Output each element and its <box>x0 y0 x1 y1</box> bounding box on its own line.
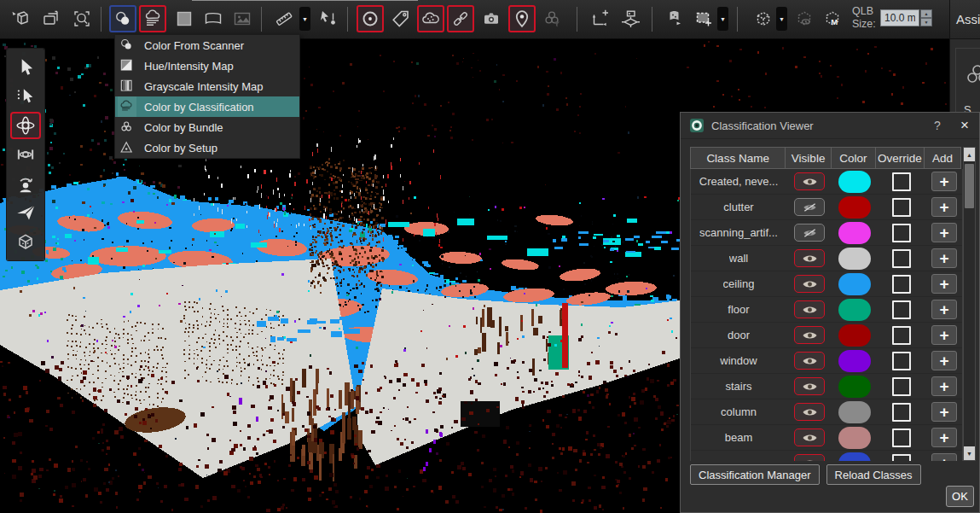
override-checkbox[interactable] <box>892 249 911 268</box>
class-color-swatch[interactable] <box>838 452 871 462</box>
class-color-swatch[interactable] <box>838 273 871 295</box>
class-color-swatch[interactable] <box>838 401 871 423</box>
fly-tool-button[interactable] <box>10 199 41 226</box>
image-button[interactable] <box>229 5 256 32</box>
add-class-button[interactable]: + <box>931 197 957 217</box>
override-checkbox[interactable] <box>892 454 911 462</box>
spinner-down-icon[interactable]: ▼ <box>920 18 932 26</box>
visibility-on-eye-icon[interactable] <box>794 352 825 370</box>
visibility-on-eye-icon[interactable] <box>794 300 825 318</box>
orbit-tool-button[interactable] <box>10 112 41 139</box>
menu-item-color-by-setup[interactable]: Color by Setup <box>115 137 299 158</box>
cube-manual-button[interactable]: M <box>819 5 846 32</box>
visibility-on-eye-icon[interactable] <box>794 249 825 267</box>
visibility-on-eye-icon[interactable] <box>794 428 825 446</box>
visibility-off-eye-icon[interactable] <box>794 224 825 242</box>
classification-manager-button[interactable]: Classification Manager <box>690 464 820 485</box>
visibility-off-eye-icon[interactable] <box>794 198 825 216</box>
add-class-button[interactable]: + <box>931 453 957 461</box>
add-class-button[interactable]: + <box>931 428 957 447</box>
panorama-button[interactable] <box>200 5 227 32</box>
cube-view-button[interactable] <box>750 5 777 32</box>
visibility-on-eye-icon[interactable] <box>794 275 825 293</box>
scroll-down-icon[interactable]: ▼ <box>964 446 975 460</box>
view-plane-button[interactable] <box>617 5 644 32</box>
override-checkbox[interactable] <box>892 326 911 345</box>
add-class-button[interactable]: + <box>931 172 957 191</box>
cloud-points-button[interactable] <box>417 5 444 32</box>
visibility-on-eye-icon[interactable] <box>794 403 825 421</box>
add-class-button[interactable]: + <box>931 376 957 396</box>
column-header-add[interactable]: Add <box>925 148 960 168</box>
override-checkbox[interactable] <box>892 172 911 191</box>
selection-box-button[interactable] <box>690 5 717 32</box>
add-class-button[interactable]: + <box>931 325 957 345</box>
new-window-button[interactable] <box>38 5 65 32</box>
constrained-orbit-tool-button[interactable] <box>10 141 41 168</box>
class-color-swatch[interactable] <box>838 196 871 219</box>
class-color-swatch[interactable] <box>838 376 871 398</box>
reload-classes-button[interactable]: Reload Classes <box>826 464 921 485</box>
scrollbar-track[interactable] <box>964 161 975 446</box>
class-color-swatch[interactable] <box>838 222 871 244</box>
flag-scan-button[interactable] <box>660 5 687 32</box>
menu-item-hue-intensity-map[interactable]: Hue/Intensity Map <box>115 55 299 76</box>
column-header-color[interactable]: Color <box>832 148 876 168</box>
cube-view-dropdown-arrow-icon[interactable]: ▼ <box>776 7 787 31</box>
class-color-swatch[interactable] <box>838 248 871 270</box>
view-cube-tool-button[interactable] <box>10 228 41 255</box>
add-class-button[interactable]: + <box>931 300 957 319</box>
visibility-on-eye-icon[interactable] <box>794 172 825 190</box>
add-class-button[interactable]: + <box>931 248 957 268</box>
menu-item-color-by-classification[interactable]: Color by Classification <box>115 96 299 117</box>
override-checkbox[interactable] <box>892 275 911 294</box>
camera-button[interactable] <box>478 5 505 32</box>
scroll-up-icon[interactable]: ▲ <box>964 148 975 161</box>
add-coordinate-button[interactable] <box>586 5 613 32</box>
class-color-swatch[interactable] <box>838 427 871 449</box>
override-checkbox[interactable] <box>892 403 911 422</box>
class-color-swatch[interactable] <box>838 324 871 347</box>
tag-button[interactable] <box>387 5 415 32</box>
solid-color-button[interactable] <box>171 5 198 32</box>
override-checkbox[interactable] <box>892 224 911 242</box>
override-checkbox[interactable] <box>892 300 911 319</box>
class-color-swatch[interactable] <box>838 350 871 372</box>
ok-button[interactable]: OK <box>946 486 974 507</box>
zoom-frame-button[interactable] <box>68 5 96 32</box>
qlb-size-input[interactable] <box>880 9 919 26</box>
visibility-on-eye-icon[interactable] <box>794 377 825 395</box>
look-around-tool-button[interactable] <box>10 170 41 197</box>
bundle-filter-button[interactable] <box>539 5 566 32</box>
help-icon[interactable]: ? <box>925 119 950 132</box>
color-from-scanner-button[interactable] <box>109 5 136 32</box>
menu-item-grayscale-intensity-map[interactable]: Grayscale Intensity Map <box>115 76 299 96</box>
menu-item-color-from-scanner[interactable]: Color From Scanner <box>115 35 299 55</box>
override-checkbox[interactable] <box>892 352 911 370</box>
point-cloud-style-button[interactable] <box>139 5 166 32</box>
scrollbar-thumb[interactable] <box>965 164 974 208</box>
add-class-button[interactable]: + <box>931 351 957 370</box>
class-color-swatch[interactable] <box>838 299 871 321</box>
column-header-class-name[interactable]: Class Name <box>691 148 786 168</box>
close-icon[interactable]: × <box>950 117 979 134</box>
class-color-swatch[interactable] <box>838 171 871 193</box>
qlb-size-spinner[interactable]: ▲▼ <box>920 9 932 26</box>
override-checkbox[interactable] <box>892 377 911 396</box>
visibility-on-eye-icon[interactable] <box>794 326 825 344</box>
dialog-titlebar[interactable]: Classification Viewer ? × <box>681 113 979 139</box>
measure-dropdown-arrow-icon[interactable]: ▼ <box>299 7 310 31</box>
limit-circle-button[interactable] <box>357 5 384 32</box>
override-checkbox[interactable] <box>892 198 911 217</box>
measure-button[interactable] <box>270 5 298 32</box>
table-scrollbar[interactable]: ▲ ▼ <box>963 147 976 461</box>
import-project-button[interactable] <box>7 5 34 32</box>
column-header-visible[interactable]: Visible <box>786 148 832 168</box>
link-button[interactable] <box>447 5 474 32</box>
add-class-button[interactable]: + <box>931 274 957 294</box>
select-cursor-tool-button[interactable] <box>10 54 41 81</box>
cube-eye-button[interactable] <box>791 5 818 32</box>
selection-dropdown-arrow-icon[interactable]: ▼ <box>717 7 728 31</box>
visibility-on-eye-icon[interactable] <box>794 454 825 461</box>
column-header-override[interactable]: Override <box>876 148 925 168</box>
